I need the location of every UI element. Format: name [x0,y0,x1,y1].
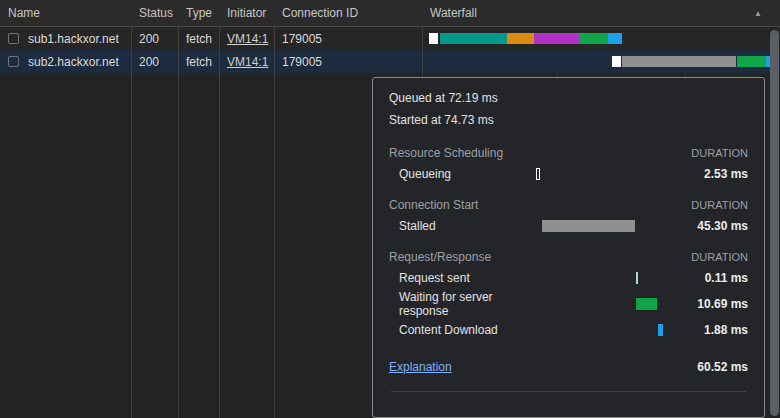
name-cell: sub1.hackxor.net [0,27,131,50]
request-row[interactable]: sub2.hackxor.net200fetchVM14:1179005 [0,50,780,73]
timing-duration: 1.88 ms [678,323,748,337]
column-header-status[interactable]: Status [131,0,178,26]
column-divider[interactable] [178,0,179,418]
waterfall-bar-dns-lookup [440,33,507,44]
name-cell: sub2.hackxor.net [0,50,131,73]
timing-row: Waiting for server response10.69 ms [389,290,748,318]
timing-section: Resource SchedulingDURATIONQueueing2.53 … [389,144,748,186]
column-header-connection-id[interactable]: Connection ID [274,0,422,26]
started-at-text: Started at 74.73 ms [389,112,748,134]
column-header-label: Type [186,6,212,20]
timing-tooltip: Queued at 72.19 ms Started at 74.73 ms R… [372,77,765,418]
row-checkbox[interactable] [8,33,19,44]
timing-section-header: Resource SchedulingDURATION [389,144,748,162]
column-header-label: Status [139,6,173,20]
timing-section-header: Connection StartDURATION [389,196,748,214]
timing-row: Request sent0.11 ms [389,266,748,290]
timing-bar-zone [519,323,678,337]
column-header-label: Connection ID [282,6,358,20]
timing-section-header: Request/ResponseDURATION [389,248,748,266]
request-name: sub2.hackxor.net [28,55,119,69]
waterfall-bar-ssl [534,33,579,44]
timing-label: Stalled [389,219,519,233]
duration-header: DURATION [691,199,748,211]
timing-bar [636,298,657,310]
timing-label: Waiting for server response [389,290,519,318]
type-cell: fetch [178,27,219,50]
section-title: Resource Scheduling [389,146,503,160]
tooltip-divider [391,391,746,392]
request-rows: sub1.hackxor.net200fetchVM14:1179005sub2… [0,27,780,73]
timing-duration: 45.30 ms [678,219,748,233]
table-header: NameStatusTypeInitiatorConnection IDWate… [0,0,780,27]
request-row[interactable]: sub1.hackxor.net200fetchVM14:1179005 [0,27,780,50]
waterfall-bar-initial-connection [507,33,534,44]
timing-bar [658,324,663,336]
waterfall-bar-waiting-for-server-response [737,56,766,67]
total-duration: 60.52 ms [697,360,748,374]
timing-row: Content Download1.88 ms [389,318,748,342]
timing-label: Content Download [389,323,519,337]
initiator-cell: VM14:1 [219,50,274,73]
timing-bar [536,168,540,180]
column-header-label: Name [8,6,40,20]
timing-bar-zone [519,297,678,311]
duration-header: DURATION [691,147,748,159]
column-header-name[interactable]: Name [0,0,131,26]
connection-id-cell: 179005 [274,27,422,50]
status-cell: 200 [131,50,178,73]
timing-bar-zone [519,271,678,285]
timing-bar [636,272,638,284]
column-header-label: Waterfall [430,6,477,20]
column-divider[interactable] [131,0,132,418]
initiator-link[interactable]: VM14:1 [227,55,268,69]
sort-ascending-icon: ▲ [754,9,762,18]
column-header-label: Initiator [227,6,266,20]
column-divider[interactable] [274,0,275,418]
timing-row: Stalled45.30 ms [389,214,748,238]
waterfall-bar-queueing [612,56,621,67]
column-header-waterfall[interactable]: Waterfall▲ [422,0,780,26]
duration-header: DURATION [691,251,748,263]
waterfall-bar-waiting-for-server-response [579,33,608,44]
timing-duration: 0.11 ms [678,271,748,285]
timing-bar-zone [519,167,678,181]
waterfall-bar-stalled [622,56,736,67]
queued-at-text: Queued at 72.19 ms [389,90,748,112]
column-header-type[interactable]: Type [178,0,219,26]
section-title: Request/Response [389,250,491,264]
timing-duration: 2.53 ms [678,167,748,181]
explanation-link[interactable]: Explanation [389,360,452,374]
timing-bar [542,220,635,232]
section-title: Connection Start [389,198,478,212]
initiator-link[interactable]: VM14:1 [227,32,268,46]
column-divider[interactable] [219,0,220,418]
request-name: sub1.hackxor.net [28,32,119,46]
timing-bar-zone [519,219,678,233]
waterfall-cell[interactable] [422,50,780,73]
timing-section: Request/ResponseDURATIONRequest sent0.11… [389,248,748,342]
timing-row: Queueing2.53 ms [389,162,748,186]
status-cell: 200 [131,27,178,50]
network-panel: NameStatusTypeInitiatorConnection IDWate… [0,0,780,418]
waterfall-bar-queueing [429,33,438,44]
tooltip-arrow [653,77,673,87]
scrollbar-thumb[interactable] [770,30,779,416]
column-header-initiator[interactable]: Initiator [219,0,274,26]
connection-id-cell: 179005 [274,50,422,73]
waterfall-cell[interactable] [422,27,780,50]
waterfall-bar-content-download [608,33,622,44]
initiator-cell: VM14:1 [219,27,274,50]
vertical-scrollbar[interactable] [766,28,780,418]
timing-duration: 10.69 ms [678,297,748,311]
type-cell: fetch [178,50,219,73]
timing-section: Connection StartDURATIONStalled45.30 ms [389,196,748,238]
timing-label: Queueing [389,167,519,181]
row-checkbox[interactable] [8,56,19,67]
timing-label: Request sent [389,271,519,285]
